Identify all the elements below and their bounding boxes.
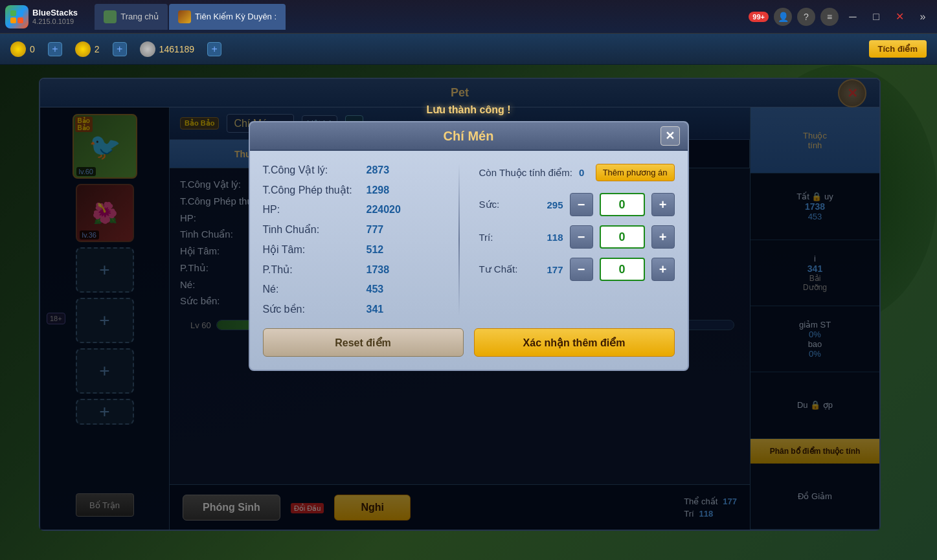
alloc-delta-tu-chat: 0 bbox=[618, 263, 625, 276]
gold1-icon bbox=[10, 41, 26, 57]
alloc-row-tu-chat: Tư Chất: 177 − 0 + bbox=[479, 258, 675, 281]
game-area: Pet ✕ 18+ 🐦 BảoBảo lv.60 🌺 lv.36 + + + +… bbox=[0, 65, 937, 560]
minimize-button[interactable]: ─ bbox=[844, 8, 862, 26]
modal-overlay: Lưu thành công ! Chí Mén ✕ T.Công Vật lý… bbox=[0, 65, 937, 560]
modal-footer: Reset điểm Xác nhận thêm điểm bbox=[250, 328, 688, 370]
alloc-current-suc: 295 bbox=[537, 199, 563, 210]
tab-game[interactable]: Tiên Kiếm Kỳ Duyên : bbox=[169, 4, 286, 30]
alloc-current-tri: 118 bbox=[537, 232, 563, 243]
modal-stat-label-4: Hội Tâm: bbox=[263, 243, 367, 256]
alloc-row-suc: Sức: 295 − 0 + bbox=[479, 193, 675, 216]
modal-body: T.Công Vật lý: 2873 T.Công Phép thuật: 1… bbox=[250, 151, 688, 328]
modal-header: Chí Mén ✕ bbox=[250, 122, 688, 151]
toolbar: 0 + 2 + 1461189 + Tích điểm bbox=[0, 34, 937, 65]
svg-rect-3 bbox=[17, 17, 23, 23]
alloc-name-suc: Sức: bbox=[479, 199, 531, 210]
modal-close-button[interactable]: ✕ bbox=[660, 126, 680, 146]
alloc-current-tu-chat: 177 bbox=[537, 264, 563, 275]
alloc-input-suc[interactable]: 0 bbox=[600, 193, 645, 216]
modal-stat-suc-ben: Sức bền: 341 bbox=[263, 303, 439, 315]
gold2-amount: 2 bbox=[95, 44, 100, 54]
modal-stat-value-1: 1298 bbox=[367, 185, 390, 196]
close-button[interactable]: ✕ bbox=[890, 8, 909, 26]
alloc-row-tri: Trí: 118 − 0 + bbox=[479, 225, 675, 249]
tab-home-label: Trang chủ bbox=[120, 12, 159, 21]
them-phuong-an-button[interactable]: Thêm phương án bbox=[596, 164, 675, 181]
modal-stat-label-6: Né: bbox=[263, 284, 367, 295]
tab-home[interactable]: Trang chủ bbox=[95, 4, 168, 30]
modal-stat-t-cong-vat-ly: T.Công Vật lý: 2873 bbox=[263, 164, 439, 176]
gold2-icon bbox=[75, 41, 91, 57]
modal-stat-value-5: 1738 bbox=[367, 264, 390, 276]
modal-separator bbox=[458, 164, 460, 315]
silver-amount: 1461189 bbox=[159, 44, 195, 54]
modal-stat-ne: Né: 453 bbox=[263, 284, 439, 295]
modal-title: Chí Mén bbox=[444, 129, 494, 144]
alloc-delta-tri: 0 bbox=[618, 230, 625, 244]
modal-stat-t-cong-phep: T.Công Phép thuật: 1298 bbox=[263, 184, 439, 196]
svg-rect-0 bbox=[10, 10, 16, 16]
home-tab-icon bbox=[104, 10, 117, 23]
app-version: 4.215.0.1019 bbox=[32, 17, 74, 25]
titlebar: BlueStacks 4.215.0.1019 Trang chủ Tiên K… bbox=[0, 0, 937, 34]
svg-rect-1 bbox=[17, 10, 23, 16]
bluestacks-logo bbox=[5, 5, 28, 28]
add-silver-button[interactable]: + bbox=[207, 42, 221, 56]
modal-stat-label-5: P.Thủ: bbox=[263, 263, 367, 276]
gold2-currency: 2 bbox=[75, 41, 100, 57]
expand-icon[interactable]: » bbox=[914, 8, 932, 26]
modal-stat-value-3: 777 bbox=[367, 224, 384, 236]
alloc-minus-tri[interactable]: − bbox=[570, 225, 593, 249]
modal-stat-label-2: HP: bbox=[263, 204, 367, 216]
gold1-amount: 0 bbox=[30, 44, 35, 54]
app-name: BlueStacks bbox=[32, 8, 82, 17]
modal-stat-label-0: T.Công Vật lý: bbox=[263, 164, 367, 176]
account-icon[interactable]: 👤 bbox=[774, 8, 792, 26]
modal-stat-value-6: 453 bbox=[367, 284, 384, 295]
alloc-input-tu-chat[interactable]: 0 bbox=[600, 258, 645, 281]
alloc-plus-suc[interactable]: + bbox=[651, 193, 675, 216]
modal-stat-label-1: T.Công Phép thuật: bbox=[263, 184, 367, 196]
help-icon[interactable]: ? bbox=[797, 8, 815, 26]
modal-stat-tinh-chuan: Tinh Chuẩn: 777 bbox=[263, 223, 439, 236]
con-thuoc-tinh-label: Còn Thuộc tính điểm: bbox=[479, 167, 572, 179]
svg-rect-2 bbox=[10, 17, 16, 23]
modal-stats-list: T.Công Vật lý: 2873 T.Công Phép thuật: 1… bbox=[263, 164, 439, 315]
modal-dialog: Chí Mén ✕ T.Công Vật lý: 2873 T.Công Phé… bbox=[249, 121, 689, 371]
titlebar-controls: 99+ 👤 ? ≡ ─ □ ✕ » bbox=[749, 8, 932, 26]
menu-icon[interactable]: ≡ bbox=[820, 8, 839, 26]
modal-stat-hp: HP: 224020 bbox=[263, 204, 439, 216]
alloc-plus-tri[interactable]: + bbox=[651, 225, 675, 249]
modal-stat-value-0: 2873 bbox=[367, 164, 390, 176]
notification-badge[interactable]: 99+ bbox=[749, 12, 769, 22]
alloc-plus-tu-chat[interactable]: + bbox=[651, 258, 675, 281]
alloc-minus-suc[interactable]: − bbox=[570, 193, 593, 216]
modal-stat-value-4: 512 bbox=[367, 244, 384, 256]
add-gold1-button[interactable]: + bbox=[48, 42, 62, 56]
game-tab-icon bbox=[178, 10, 191, 23]
gold1-currency: 0 bbox=[10, 41, 35, 57]
save-success-message: Lưu thành công ! bbox=[427, 104, 511, 116]
modal-allocation: Còn Thuộc tính điểm: 0 Thêm phương án Sứ… bbox=[479, 164, 675, 315]
alloc-input-tri[interactable]: 0 bbox=[600, 225, 645, 249]
tab-game-label: Tiên Kiếm Kỳ Duyên : bbox=[195, 12, 277, 21]
alloc-name-tri: Trí: bbox=[479, 232, 531, 243]
alloc-name-tu-chat: Tư Chất: bbox=[479, 263, 531, 275]
silver-currency: 1461189 bbox=[140, 41, 195, 57]
modal-stat-value-7: 341 bbox=[367, 304, 384, 315]
tich-diem-button[interactable]: Tích điểm bbox=[869, 40, 927, 58]
modal-stat-p-thu: P.Thủ: 1738 bbox=[263, 263, 439, 276]
silver-icon bbox=[140, 41, 155, 57]
xac-nhan-them-diem-button[interactable]: Xác nhận thêm điểm bbox=[474, 328, 675, 357]
reset-diem-button[interactable]: Reset điểm bbox=[263, 328, 464, 357]
maximize-button[interactable]: □ bbox=[867, 8, 885, 26]
modal-stat-label-7: Sức bền: bbox=[263, 303, 367, 315]
modal-stat-value-2: 224020 bbox=[367, 204, 401, 216]
modal-stat-label-3: Tinh Chuẩn: bbox=[263, 223, 367, 236]
alloc-header: Còn Thuộc tính điểm: 0 Thêm phương án bbox=[479, 164, 675, 181]
add-gold2-button[interactable]: + bbox=[113, 42, 127, 56]
alloc-delta-suc: 0 bbox=[618, 198, 625, 212]
modal-stat-hoi-tam: Hội Tâm: 512 bbox=[263, 243, 439, 256]
alloc-minus-tu-chat[interactable]: − bbox=[570, 258, 593, 281]
con-thuoc-tinh-value: 0 bbox=[579, 167, 584, 178]
